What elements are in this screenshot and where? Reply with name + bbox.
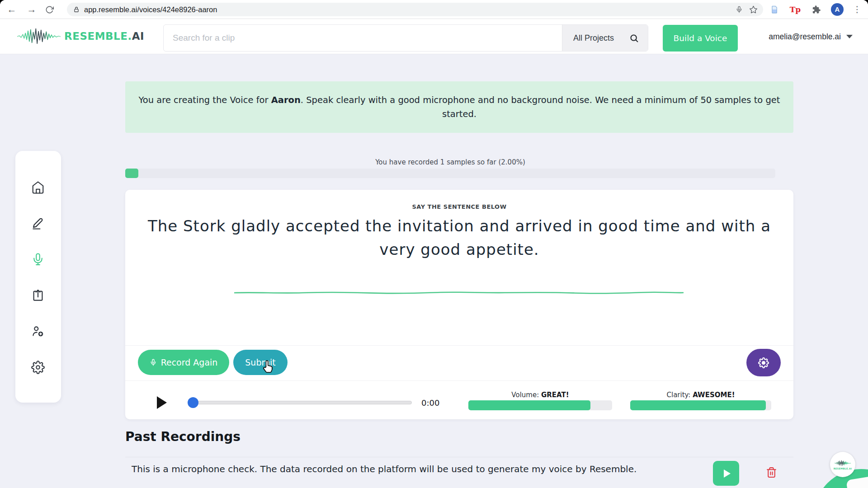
recording-delete-button[interactable] xyxy=(766,466,777,479)
lock-icon xyxy=(73,6,80,13)
record-again-button[interactable]: Record Again xyxy=(138,350,229,375)
play-icon xyxy=(724,469,731,478)
browser-profile-avatar[interactable]: A xyxy=(831,3,844,16)
brand-logo-text: RESEMBLE.AI xyxy=(64,30,144,42)
forward-button[interactable]: → xyxy=(25,3,38,16)
docs-extension-icon[interactable] xyxy=(769,4,780,15)
samples-progress-label: You have recorded 1 samples so far (2.00… xyxy=(125,158,775,166)
recorder-settings-button[interactable] xyxy=(746,349,781,376)
play-button[interactable] xyxy=(157,396,167,409)
document-icon xyxy=(770,5,779,14)
chat-widget-logo-text: RESEMBLE.AI xyxy=(834,467,852,470)
clarity-meter-fill xyxy=(630,400,766,410)
build-a-voice-button[interactable]: Build a Voice xyxy=(663,25,738,52)
sidebar-item-record[interactable] xyxy=(31,252,46,267)
playback-time: 0:00 xyxy=(421,398,453,408)
refresh-button[interactable] xyxy=(45,3,58,16)
chat-widget-logo-badge[interactable]: RESEMBLE.AI xyxy=(830,452,855,477)
submit-button[interactable]: Submit xyxy=(233,350,288,375)
brand-waveform-icon xyxy=(17,26,61,46)
microphone-icon xyxy=(150,358,157,366)
bookmark-star-icon[interactable] xyxy=(749,5,758,14)
seek-slider-knob[interactable] xyxy=(188,397,198,408)
gear-icon xyxy=(31,361,45,374)
project-filter-select[interactable]: All Projects xyxy=(562,25,648,51)
home-icon xyxy=(31,181,45,194)
account-menu[interactable]: amelia@resemble.ai xyxy=(741,19,853,54)
back-button[interactable]: ← xyxy=(5,3,18,16)
upload-icon xyxy=(31,289,45,302)
browser-toolbar: ← → app.resemble.ai/voices/424e8926-aaro… xyxy=(0,0,868,19)
add-user-icon xyxy=(31,324,45,338)
omnibox-actions xyxy=(736,3,758,16)
project-filter-label: All Projects xyxy=(573,33,614,43)
pencil-icon xyxy=(31,216,45,230)
record-again-label: Record Again xyxy=(161,357,218,367)
app-header: RESEMBLE.AI All Projects Build a Voice a… xyxy=(0,19,868,54)
preview-player: 0:00 Volume: GREAT! Clarity: AWESOME! xyxy=(125,381,793,419)
divider xyxy=(125,457,793,457)
tp-extension-icon[interactable]: Tp xyxy=(789,4,801,15)
chevron-down-icon xyxy=(846,35,853,38)
recorder-card: SAY THE SENTENCE BELOW The Stork gladly … xyxy=(125,190,793,419)
account-email: amelia@resemble.ai xyxy=(741,32,841,42)
side-navigation xyxy=(15,151,61,403)
voice-name: Aaron xyxy=(271,95,301,105)
volume-meter-label: Volume: GREAT! xyxy=(468,391,612,399)
seek-slider[interactable] xyxy=(188,401,412,404)
sidebar-item-add-member[interactable] xyxy=(31,324,46,338)
prompt-sentence: The Stork gladly accepted the invitation… xyxy=(147,214,771,261)
recording-row-text: This is a microphone check. The data rec… xyxy=(132,464,688,474)
sidebar-item-home[interactable] xyxy=(31,180,46,195)
search-input[interactable] xyxy=(164,25,562,51)
sidebar-item-upload[interactable] xyxy=(31,288,46,303)
url-bar[interactable]: app.resemble.ai/voices/424e8926-aaron xyxy=(67,3,763,16)
sidebar-item-settings[interactable] xyxy=(31,360,46,375)
banner-text: You are creating the Voice for Aaron. Sp… xyxy=(138,93,780,121)
recorded-waveform xyxy=(234,290,684,296)
extensions-puzzle-icon[interactable] xyxy=(810,4,822,15)
search-icon[interactable] xyxy=(629,33,639,43)
voice-instructions-banner: You are creating the Voice for Aaron. Sp… xyxy=(125,81,793,133)
sidebar-item-write[interactable] xyxy=(31,216,46,230)
trash-icon xyxy=(766,466,777,479)
volume-meter-fill xyxy=(468,400,590,410)
browser-menu-icon[interactable]: ⋮ xyxy=(853,3,862,16)
recorder-controls: Record Again Submit xyxy=(125,345,793,381)
tp-extension-label: Tp xyxy=(790,5,801,14)
recording-play-button[interactable] xyxy=(713,461,739,486)
past-recordings-heading: Past Recordings xyxy=(125,429,241,444)
puzzle-icon xyxy=(811,5,821,14)
recorder-instruction: SAY THE SENTENCE BELOW xyxy=(125,203,793,210)
voice-search-icon[interactable] xyxy=(736,6,743,13)
clarity-meter-label: Clarity: AWESOME! xyxy=(630,391,771,399)
brand-waveform-icon xyxy=(834,460,851,467)
clarity-meter xyxy=(630,400,771,410)
samples-progress-bar xyxy=(125,169,775,178)
clip-search-container: All Projects xyxy=(163,24,648,52)
refresh-icon xyxy=(45,5,54,14)
gear-icon xyxy=(758,357,769,368)
microphone-icon xyxy=(31,253,45,266)
app-window: ← → app.resemble.ai/voices/424e8926-aaro… xyxy=(0,0,868,488)
url-text: app.resemble.ai/voices/424e8926-aaron xyxy=(84,5,217,14)
volume-meter xyxy=(468,400,612,410)
samples-progress-fill xyxy=(125,169,138,178)
